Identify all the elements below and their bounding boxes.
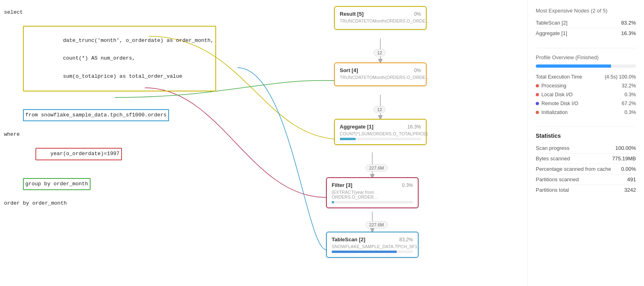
- node-table-pct: 83.2%: [399, 237, 413, 242]
- node-result[interactable]: Result [5] 0% TRUNCDATETOMonth(ORDERS.O_…: [334, 6, 427, 30]
- stats-row-1: Bytes scanned 775.19MB: [536, 153, 636, 164]
- expensive-node-label-1: Aggregate [1]: [536, 30, 567, 36]
- stats-row-2: Percentage scanned from cache 0.00%: [536, 164, 636, 174]
- profile-value-3: 0.3%: [625, 110, 636, 115]
- stats-label-2: Percentage scanned from cache: [536, 166, 611, 172]
- node-filter-title: Filter [3]: [332, 182, 352, 188]
- expensive-nodes-title: Most Expensive Nodes (2 of 5): [536, 7, 636, 14]
- node-filter-subtitle: (EXTRACT(year from ORDERS.O_ORDER...: [332, 190, 413, 199]
- profile-text-0: Processing: [541, 83, 566, 89]
- node-agg-bar: [340, 138, 356, 140]
- node-result-pct: 0%: [414, 11, 421, 17]
- divider-1: [536, 48, 636, 48]
- sql-line-where: where: [4, 130, 216, 139]
- node-table-bar: [332, 251, 397, 253]
- sql-line-from: from snowflake_sample_data.tpch_sf1000.o…: [4, 100, 216, 130]
- node-agg-title: Aggregate [1]: [340, 124, 374, 130]
- profile-progress-bar: [536, 64, 636, 68]
- profile-progress-fill: [536, 64, 636, 68]
- right-panel: Most Expensive Nodes (2 of 5) TableScan …: [527, 0, 644, 286]
- sql-highlight-blue: from snowflake_sample_data.tpch_sf1000.o…: [23, 109, 169, 121]
- main-area: select date_trunc('month', o_orderdate) …: [0, 0, 527, 286]
- total-exec-row: Total Execution Time (4.5s) 100.0%: [536, 73, 636, 81]
- node-table-bar-container: [332, 251, 413, 253]
- profile-value-0: 32.2%: [622, 83, 636, 89]
- profile-overview-title: Profile Overview (Finished): [536, 54, 636, 60]
- node-agg-pct: 16.3%: [407, 124, 421, 130]
- expensive-node-value-1: 16.3%: [621, 30, 636, 36]
- profile-dot-2: [536, 102, 539, 105]
- sql-highlight-green: group by order_month: [23, 178, 91, 190]
- node-sort-title: Sort [4]: [340, 67, 358, 73]
- stats-row-4: Partitions total 3242: [536, 185, 636, 195]
- stats-value-0: 100.00%: [615, 145, 636, 151]
- badge-1: 12: [374, 49, 386, 56]
- profile-text-1: Local Disk I/O: [541, 92, 573, 97]
- profile-label-0: Processing: [536, 83, 566, 89]
- sql-highlight-red: year(o_orderdate)=1997: [35, 148, 122, 160]
- profile-row-0: Processing 32.2%: [536, 81, 636, 90]
- node-table-subtitle: SNOWFLAKE_SAMPLE_DATA.TPCH_SF1...: [332, 244, 413, 249]
- profile-label-3: Initialization: [536, 110, 568, 115]
- expensive-nodes-section: Most Expensive Nodes (2 of 5) TableScan …: [536, 7, 636, 38]
- stats-value-3: 491: [627, 176, 636, 182]
- expensive-node-label-0: TableScan [2]: [536, 20, 568, 26]
- profile-row-2: Remote Disk I/O 67.2%: [536, 99, 636, 108]
- node-result-title: Result [5]: [340, 11, 363, 17]
- stats-row-0: Scan progress 100.00%: [536, 143, 636, 153]
- node-result-subtitle: TRUNCDATETOMonth(ORDERS.O_ORDE...: [340, 19, 421, 23]
- badge-2: 12: [374, 106, 386, 113]
- sql-line-groupby: group by order_month: [4, 169, 216, 199]
- stats-value-2: 0.00%: [621, 166, 636, 172]
- sql-line-select: select: [4, 8, 216, 17]
- profile-value-2: 67.2%: [622, 101, 636, 106]
- divider-2: [536, 126, 636, 127]
- stats-value-4: 3242: [624, 187, 636, 193]
- stats-label-1: Bytes scanned: [536, 155, 570, 162]
- node-agg-bar-container: [340, 138, 421, 140]
- stats-rows: Scan progress 100.00% Bytes scanned 775.…: [536, 143, 636, 195]
- node-filter-bar: [332, 201, 334, 203]
- total-exec-label: Total Execution Time: [536, 74, 582, 80]
- statistics-title: Statistics: [536, 133, 636, 139]
- node-tablescan[interactable]: TableScan [2] 83.2% SNOWFLAKE_SAMPLE_DAT…: [326, 232, 419, 258]
- node-aggregate[interactable]: Aggregate [1] 16.3% COUNT(*),SUM(ORDERS.…: [334, 119, 427, 145]
- statistics-section: Statistics Scan progress 100.00% Bytes s…: [536, 133, 636, 195]
- sql-line-year: year(o_orderdate)=1997: [4, 139, 216, 169]
- profile-row-3: Initialization 0.3%: [536, 108, 636, 117]
- profile-overview-section: Profile Overview (Finished) Total Execut…: [536, 54, 636, 117]
- stats-row-3: Partitions scanned 491: [536, 174, 636, 185]
- sql-editor: select date_trunc('month', o_orderdate) …: [4, 8, 216, 208]
- node-filter[interactable]: Filter [3] 0.3% (EXTRACT(year from ORDER…: [326, 177, 419, 208]
- expensive-node-value-0: 83.2%: [621, 20, 636, 26]
- total-exec-value: (4.5s) 100.0%: [605, 74, 636, 80]
- badge-3: 227.6M: [365, 164, 388, 172]
- node-agg-subtitle: COUNT(*),SUM(ORDERS.O_TOTALPRICE): [340, 131, 421, 136]
- expensive-node-row-1: Aggregate [1] 16.3%: [536, 28, 636, 38]
- stats-label-4: Partitions total: [536, 187, 569, 193]
- badge-4: 227.6M: [365, 221, 388, 228]
- sql-line-date: date_trunc('month', o_orderdate) as orde…: [4, 17, 216, 100]
- node-sort-pct: 0%: [414, 68, 421, 73]
- sql-highlight-yellow: date_trunc('month', o_orderdate) as orde…: [23, 26, 216, 91]
- sql-line-orderby: order by order_month: [4, 199, 216, 208]
- profile-text-2: Remote Disk I/O: [541, 101, 578, 106]
- profile-dot-3: [536, 111, 539, 114]
- stats-value-1: 775.19MB: [612, 155, 636, 162]
- profile-label-1: Local Disk I/O: [536, 92, 573, 97]
- node-sort[interactable]: Sort [4] 0% TRUNCDATETOMonth(ORDERS.O_OR…: [334, 62, 427, 86]
- profile-rows: Processing 32.2% Local Disk I/O 0.3% Rem…: [536, 81, 636, 117]
- profile-row-1: Local Disk I/O 0.3%: [536, 90, 636, 99]
- stats-label-3: Partitions scanned: [536, 176, 579, 182]
- node-filter-pct: 0.3%: [402, 182, 413, 188]
- node-filter-bar-container: [332, 201, 413, 203]
- profile-dot-0: [536, 84, 539, 87]
- node-sort-subtitle: TRUNCDATETOMonth(ORDERS.O_ORDE...: [340, 75, 421, 80]
- stats-label-0: Scan progress: [536, 145, 570, 151]
- expensive-node-row-0: TableScan [2] 83.2%: [536, 18, 636, 28]
- profile-value-1: 0.3%: [625, 92, 636, 97]
- node-table-title: TableScan [2]: [332, 236, 365, 242]
- profile-dot-1: [536, 93, 539, 96]
- profile-text-3: Initialization: [541, 110, 568, 115]
- profile-label-2: Remote Disk I/O: [536, 101, 578, 106]
